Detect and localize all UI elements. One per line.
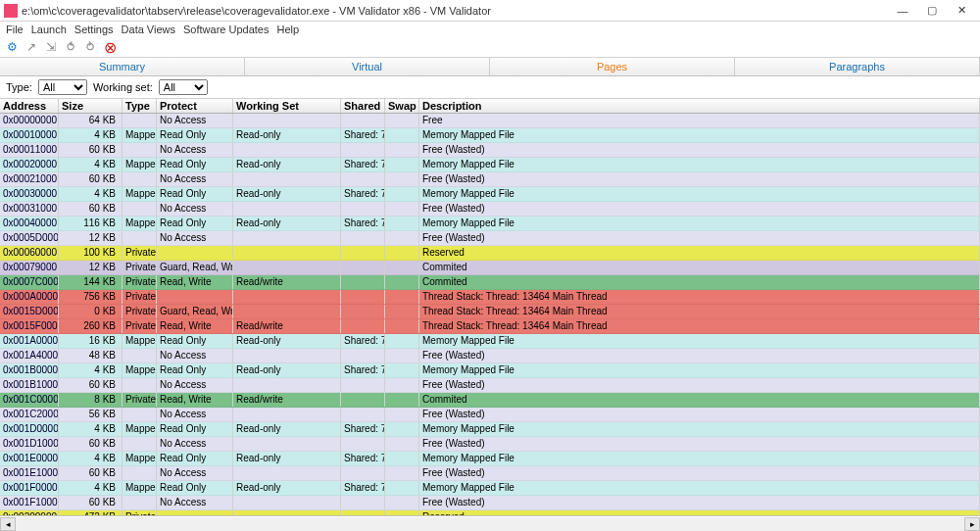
table-row[interactable]: 0x001D100060 KBNo AccessFree (Wasted) [0, 437, 980, 452]
table-row[interactable]: 0x001A400048 KBNo AccessFree (Wasted) [0, 349, 980, 363]
cell-swap [385, 187, 419, 201]
table-row[interactable]: 0x0003100060 KBNo AccessFree (Wasted) [0, 202, 980, 217]
column-header-type[interactable]: Type [122, 99, 157, 113]
cell-swap [385, 393, 419, 407]
stop-icon[interactable]: ⊗ [102, 39, 118, 55]
table-row[interactable]: 0x001B00004 KBMappedRead OnlyRead-onlySh… [0, 363, 980, 378]
cell-ws: Read/write [233, 393, 341, 407]
cell-address: 0x001C0000 [0, 393, 59, 407]
column-header-address[interactable]: Address [0, 99, 59, 113]
maximize-button[interactable]: ▢ [917, 1, 947, 21]
cell-type: Private [122, 393, 157, 407]
table-row[interactable]: 0x00040000116 KBMappedRead OnlyRead-only… [0, 217, 980, 231]
cell-desc: Memory Mapped File [419, 422, 980, 436]
ws-label: Working set: [93, 81, 153, 93]
grid-header: AddressSizeTypeProtectWorking SetSharedS… [0, 99, 980, 114]
cell-address: 0x001A4000 [0, 349, 59, 362]
table-row[interactable]: 0x0007900012 KBPrivateGuard, Read, Write… [0, 261, 980, 275]
cell-size: 4 KB [59, 481, 122, 495]
menu-dataviews[interactable]: Data Views [122, 24, 175, 35]
cell-ws: Read-only [233, 217, 341, 230]
cell-ws [233, 261, 341, 274]
close-button[interactable]: ✕ [947, 1, 976, 21]
column-header-ws[interactable]: Working Set [233, 99, 341, 113]
menu-file[interactable]: File [6, 24, 24, 35]
cell-shared [341, 231, 385, 245]
inject-icon[interactable]: ⇲ [43, 39, 59, 55]
table-row[interactable]: 0x001C200056 KBNo AccessFree (Wasted) [0, 408, 980, 422]
table-row[interactable]: 0x0002100060 KBNo AccessFree (Wasted) [0, 172, 980, 187]
table-row[interactable]: 0x001D00004 KBMappedRead OnlyRead-onlySh… [0, 422, 980, 437]
table-row[interactable]: 0x001F00004 KBMappedRead OnlyRead-onlySh… [0, 481, 980, 496]
table-row[interactable]: 0x001A000016 KBMappedRead OnlyRead-onlyS… [0, 334, 980, 349]
table-row[interactable]: 0x00060000100 KBPrivateReserved [0, 246, 980, 261]
link-icon[interactable]: ⥁ [82, 39, 98, 55]
cell-size: 4 KB [59, 187, 122, 201]
scroll-left-icon[interactable]: ◂ [0, 517, 16, 531]
table-row[interactable]: 0x001C00008 KBPrivateRead, WriteRead/wri… [0, 393, 980, 408]
menu-launch[interactable]: Launch [31, 24, 67, 35]
cell-desc: Free [419, 114, 980, 127]
column-header-swap[interactable]: Swap [385, 99, 419, 113]
cell-ws: Read-only [233, 363, 341, 377]
tab-virtual[interactable]: Virtual [245, 58, 490, 75]
column-header-protect[interactable]: Protect [157, 99, 233, 113]
cell-size: 48 KB [59, 349, 122, 362]
table-row[interactable]: 0x0001100060 KBNo AccessFree (Wasted) [0, 143, 980, 158]
cell-swap [385, 246, 419, 260]
cell-shared [341, 275, 385, 289]
scroll-right-icon[interactable]: ▸ [964, 517, 980, 531]
table-row[interactable]: 0x0015F000260 KBPrivateRead, WriteRead/w… [0, 319, 980, 334]
cell-protect: Read Only [157, 481, 233, 495]
cell-desc: Free (Wasted) [419, 349, 980, 362]
table-row[interactable]: 0x001E00004 KBMappedRead OnlyRead-onlySh… [0, 452, 980, 466]
horizontal-scrollbar[interactable]: ◂ ▸ [0, 515, 980, 531]
data-grid[interactable]: AddressSizeTypeProtectWorking SetSharedS… [0, 99, 980, 515]
menu-settings[interactable]: Settings [74, 24, 114, 35]
cell-ws: Read-only [233, 452, 341, 465]
table-row[interactable]: 0x0007C000144 KBPrivateRead, WriteRead/w… [0, 275, 980, 290]
tab-pages[interactable]: Pages [490, 58, 735, 75]
cell-protect: No Access [157, 466, 233, 480]
table-row[interactable]: 0x000200004 KBMappedRead OnlyRead-onlySh… [0, 158, 980, 172]
cell-desc: Commited [419, 275, 980, 289]
rocket-icon[interactable]: ↗ [24, 39, 39, 55]
menu-bar: File Launch Settings Data Views Software… [0, 22, 980, 37]
column-header-size[interactable]: Size [59, 99, 122, 113]
wait-icon[interactable]: ⥀ [63, 39, 78, 55]
column-header-desc[interactable]: Description [419, 99, 980, 113]
cell-swap [385, 172, 419, 186]
cell-ws: Read/write [233, 275, 341, 289]
table-row[interactable]: 0x000100004 KBMappedRead OnlyRead-onlySh… [0, 128, 980, 143]
table-row[interactable]: 0x001B100060 KBNo AccessFree (Wasted) [0, 378, 980, 393]
cell-type: Private [122, 246, 157, 260]
table-row[interactable]: 0x0015D0000 KBPrivateGuard, Read, WriteT… [0, 305, 980, 319]
type-select[interactable]: All [38, 79, 87, 95]
cell-address: 0x00011000 [0, 143, 59, 157]
menu-help[interactable]: Help [276, 24, 299, 35]
workingset-select[interactable]: All [159, 79, 208, 95]
cell-type: Mapped [122, 187, 157, 201]
column-header-shared[interactable]: Shared [341, 99, 385, 113]
tab-paragraphs[interactable]: Paragraphs [735, 58, 980, 75]
table-row[interactable]: 0x001F100060 KBNo AccessFree (Wasted) [0, 496, 980, 510]
cell-address: 0x00040000 [0, 217, 59, 230]
scroll-track[interactable] [16, 517, 964, 531]
gear-icon[interactable]: ⚙ [4, 39, 20, 55]
table-row[interactable]: 0x000300004 KBMappedRead OnlyRead-onlySh… [0, 187, 980, 202]
cell-type [122, 496, 157, 509]
cell-ws: Read-only [233, 187, 341, 201]
table-row[interactable]: 0x000A0000756 KBPrivateThread Stack: Thr… [0, 290, 980, 305]
cell-size: 116 KB [59, 217, 122, 230]
cell-ws [233, 496, 341, 509]
cell-type: Mapped [122, 217, 157, 230]
cell-protect: No Access [157, 202, 233, 216]
tab-summary[interactable]: Summary [0, 58, 245, 75]
cell-address: 0x001B1000 [0, 378, 59, 392]
table-row[interactable]: 0x0005D00012 KBNo AccessFree (Wasted) [0, 231, 980, 246]
cell-type: Mapped [122, 334, 157, 348]
minimize-button[interactable]: — [888, 1, 917, 21]
table-row[interactable]: 0x001E100060 KBNo AccessFree (Wasted) [0, 466, 980, 481]
menu-updates[interactable]: Software Updates [183, 24, 269, 35]
table-row[interactable]: 0x0000000064 KBNo AccessFree [0, 114, 980, 128]
